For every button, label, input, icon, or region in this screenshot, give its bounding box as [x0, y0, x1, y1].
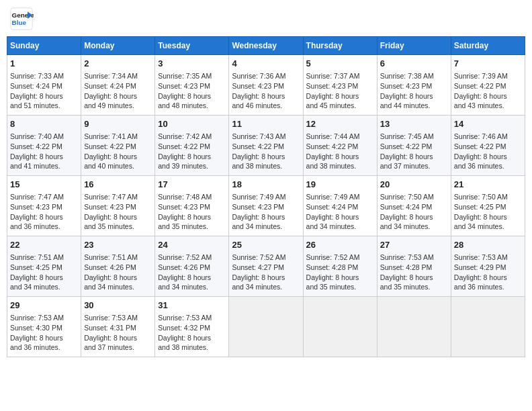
calendar-cell: 29Sunrise: 7:53 AM Sunset: 4:30 PM Dayli… [7, 297, 81, 357]
day-number: 28 [454, 239, 522, 251]
day-number: 23 [84, 239, 152, 251]
day-number: 17 [158, 179, 226, 191]
day-info: Sunrise: 7:43 AM Sunset: 4:22 PM Dayligh… [232, 132, 300, 171]
weekday-header-wednesday: Wednesday [229, 37, 303, 55]
day-number: 8 [10, 118, 78, 130]
calendar-cell: 13Sunrise: 7:45 AM Sunset: 4:22 PM Dayli… [377, 116, 451, 176]
day-info: Sunrise: 7:37 AM Sunset: 4:23 PM Dayligh… [306, 71, 374, 111]
calendar-week-row: 22Sunrise: 7:51 AM Sunset: 4:25 PM Dayli… [7, 236, 525, 297]
day-info: Sunrise: 7:50 AM Sunset: 4:24 PM Dayligh… [380, 192, 448, 232]
day-number: 4 [232, 58, 300, 70]
day-number: 2 [84, 58, 152, 70]
calendar-cell: 30Sunrise: 7:53 AM Sunset: 4:31 PM Dayli… [81, 297, 155, 357]
day-number: 30 [84, 300, 152, 312]
weekday-header-monday: Monday [81, 37, 155, 55]
calendar-cell: 24Sunrise: 7:52 AM Sunset: 4:26 PM Dayli… [155, 236, 229, 297]
calendar-cell: 23Sunrise: 7:51 AM Sunset: 4:26 PM Dayli… [81, 236, 155, 297]
logo: General Blue [9, 7, 36, 31]
day-info: Sunrise: 7:42 AM Sunset: 4:22 PM Dayligh… [158, 132, 226, 171]
day-info: Sunrise: 7:47 AM Sunset: 4:23 PM Dayligh… [10, 192, 78, 232]
calendar-cell: 20Sunrise: 7:50 AM Sunset: 4:24 PM Dayli… [377, 176, 451, 236]
day-number: 15 [10, 179, 78, 191]
calendar-cell: 26Sunrise: 7:52 AM Sunset: 4:28 PM Dayli… [303, 236, 377, 297]
calendar-cell: 21Sunrise: 7:50 AM Sunset: 4:25 PM Dayli… [451, 176, 525, 236]
calendar-header-row: SundayMondayTuesdayWednesdayThursdayFrid… [7, 37, 525, 55]
day-info: Sunrise: 7:52 AM Sunset: 4:28 PM Dayligh… [306, 253, 374, 292]
calendar-cell: 9Sunrise: 7:41 AM Sunset: 4:22 PM Daylig… [81, 116, 155, 176]
day-number: 31 [158, 300, 226, 312]
day-number: 16 [84, 179, 152, 191]
day-info: Sunrise: 7:51 AM Sunset: 4:26 PM Dayligh… [84, 253, 152, 292]
day-info: Sunrise: 7:53 AM Sunset: 4:28 PM Dayligh… [380, 253, 448, 292]
day-info: Sunrise: 7:34 AM Sunset: 4:24 PM Dayligh… [84, 71, 152, 111]
day-number: 10 [158, 118, 226, 130]
day-number: 11 [232, 118, 300, 130]
day-info: Sunrise: 7:40 AM Sunset: 4:22 PM Dayligh… [10, 132, 78, 171]
calendar-body: 1Sunrise: 7:33 AM Sunset: 4:24 PM Daylig… [7, 55, 525, 357]
day-number: 3 [158, 58, 226, 70]
calendar-cell: 4Sunrise: 7:36 AM Sunset: 4:23 PM Daylig… [229, 55, 303, 116]
calendar-cell: 7Sunrise: 7:39 AM Sunset: 4:22 PM Daylig… [451, 55, 525, 116]
day-number: 6 [380, 58, 448, 70]
day-info: Sunrise: 7:52 AM Sunset: 4:26 PM Dayligh… [158, 253, 226, 292]
calendar-cell: 14Sunrise: 7:46 AM Sunset: 4:22 PM Dayli… [451, 116, 525, 176]
day-number: 19 [306, 179, 374, 191]
calendar-week-row: 29Sunrise: 7:53 AM Sunset: 4:30 PM Dayli… [7, 297, 525, 357]
day-number: 18 [232, 179, 300, 191]
calendar-cell: 10Sunrise: 7:42 AM Sunset: 4:22 PM Dayli… [155, 116, 229, 176]
calendar-cell: 19Sunrise: 7:49 AM Sunset: 4:24 PM Dayli… [303, 176, 377, 236]
weekday-header-sunday: Sunday [7, 37, 81, 55]
day-number: 7 [454, 58, 522, 70]
day-number: 21 [454, 179, 522, 191]
calendar-cell [303, 297, 377, 357]
weekday-header-thursday: Thursday [303, 37, 377, 55]
calendar-table: SundayMondayTuesdayWednesdayThursdayFrid… [7, 36, 525, 357]
day-info: Sunrise: 7:48 AM Sunset: 4:23 PM Dayligh… [158, 192, 226, 232]
calendar-cell: 27Sunrise: 7:53 AM Sunset: 4:28 PM Dayli… [377, 236, 451, 297]
day-info: Sunrise: 7:50 AM Sunset: 4:25 PM Dayligh… [454, 192, 522, 232]
calendar-week-row: 1Sunrise: 7:33 AM Sunset: 4:24 PM Daylig… [7, 55, 525, 116]
weekday-header-tuesday: Tuesday [155, 37, 229, 55]
calendar-week-row: 8Sunrise: 7:40 AM Sunset: 4:22 PM Daylig… [7, 116, 525, 176]
day-number: 25 [232, 239, 300, 251]
day-info: Sunrise: 7:33 AM Sunset: 4:24 PM Dayligh… [10, 71, 78, 111]
calendar-week-row: 15Sunrise: 7:47 AM Sunset: 4:23 PM Dayli… [7, 176, 525, 236]
day-number: 9 [84, 118, 152, 130]
day-info: Sunrise: 7:49 AM Sunset: 4:23 PM Dayligh… [232, 192, 300, 232]
day-number: 14 [454, 118, 522, 130]
day-info: Sunrise: 7:36 AM Sunset: 4:23 PM Dayligh… [232, 71, 300, 111]
page-header: General Blue [7, 7, 525, 31]
calendar-cell: 11Sunrise: 7:43 AM Sunset: 4:22 PM Dayli… [229, 116, 303, 176]
day-info: Sunrise: 7:39 AM Sunset: 4:22 PM Dayligh… [454, 71, 522, 111]
calendar-cell: 5Sunrise: 7:37 AM Sunset: 4:23 PM Daylig… [303, 55, 377, 116]
day-number: 24 [158, 239, 226, 251]
day-info: Sunrise: 7:47 AM Sunset: 4:23 PM Dayligh… [84, 192, 152, 232]
day-info: Sunrise: 7:49 AM Sunset: 4:24 PM Dayligh… [306, 192, 374, 232]
weekday-header-saturday: Saturday [451, 37, 525, 55]
calendar-cell: 16Sunrise: 7:47 AM Sunset: 4:23 PM Dayli… [81, 176, 155, 236]
day-number: 1 [10, 58, 78, 70]
calendar-cell: 25Sunrise: 7:52 AM Sunset: 4:27 PM Dayli… [229, 236, 303, 297]
calendar-cell: 8Sunrise: 7:40 AM Sunset: 4:22 PM Daylig… [7, 116, 81, 176]
calendar-cell: 17Sunrise: 7:48 AM Sunset: 4:23 PM Dayli… [155, 176, 229, 236]
day-info: Sunrise: 7:41 AM Sunset: 4:22 PM Dayligh… [84, 132, 152, 171]
day-number: 22 [10, 239, 78, 251]
day-info: Sunrise: 7:53 AM Sunset: 4:32 PM Dayligh… [158, 313, 226, 353]
day-number: 5 [306, 58, 374, 70]
logo-icon: General Blue [9, 7, 34, 31]
calendar-cell: 2Sunrise: 7:34 AM Sunset: 4:24 PM Daylig… [81, 55, 155, 116]
day-number: 12 [306, 118, 374, 130]
calendar-cell: 3Sunrise: 7:35 AM Sunset: 4:23 PM Daylig… [155, 55, 229, 116]
calendar-cell: 15Sunrise: 7:47 AM Sunset: 4:23 PM Dayli… [7, 176, 81, 236]
day-number: 20 [380, 179, 448, 191]
calendar-cell [451, 297, 525, 357]
calendar-cell: 1Sunrise: 7:33 AM Sunset: 4:24 PM Daylig… [7, 55, 81, 116]
calendar-cell [377, 297, 451, 357]
day-info: Sunrise: 7:53 AM Sunset: 4:30 PM Dayligh… [10, 313, 78, 353]
day-info: Sunrise: 7:52 AM Sunset: 4:27 PM Dayligh… [232, 253, 300, 292]
calendar-cell: 18Sunrise: 7:49 AM Sunset: 4:23 PM Dayli… [229, 176, 303, 236]
day-info: Sunrise: 7:44 AM Sunset: 4:22 PM Dayligh… [306, 132, 374, 171]
day-info: Sunrise: 7:38 AM Sunset: 4:23 PM Dayligh… [380, 71, 448, 111]
calendar-cell: 28Sunrise: 7:53 AM Sunset: 4:29 PM Dayli… [451, 236, 525, 297]
calendar-cell: 22Sunrise: 7:51 AM Sunset: 4:25 PM Dayli… [7, 236, 81, 297]
